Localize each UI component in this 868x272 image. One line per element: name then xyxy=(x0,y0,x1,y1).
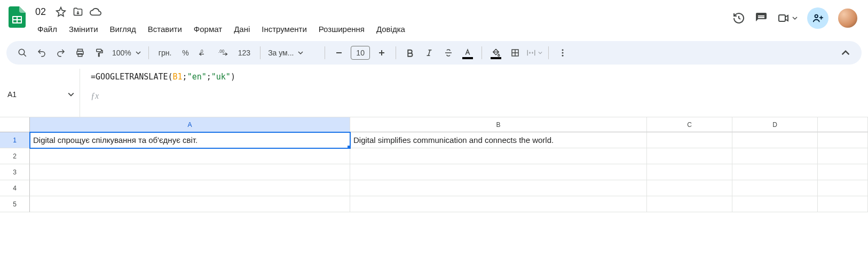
row-header-1[interactable]: 1 xyxy=(0,132,30,148)
header-right xyxy=(732,7,862,29)
fill-color-icon[interactable] xyxy=(487,44,504,61)
row-header-2[interactable]: 2 xyxy=(0,148,30,164)
cell-E5[interactable] xyxy=(818,196,868,212)
name-box-dropdown-icon[interactable] xyxy=(68,91,74,98)
sheets-product-icon[interactable] xyxy=(6,6,28,28)
cell-B3[interactable] xyxy=(350,164,647,180)
font-size-input[interactable]: 10 xyxy=(351,46,370,60)
cell-A4[interactable] xyxy=(30,180,350,196)
cell-D2[interactable] xyxy=(732,148,818,164)
cell-A3[interactable] xyxy=(30,164,350,180)
number-format-button[interactable]: 123 xyxy=(234,44,255,61)
cell-B4[interactable] xyxy=(350,180,647,196)
menu-extensions[interactable]: Розширення xyxy=(313,21,370,37)
cell-E4[interactable] xyxy=(818,180,868,196)
cell-A5[interactable] xyxy=(30,196,350,212)
col-header-D[interactable]: D xyxy=(732,117,818,132)
cell-A2[interactable] xyxy=(30,148,350,164)
borders-icon[interactable] xyxy=(507,44,524,61)
font-family-select[interactable]: За ум... xyxy=(266,49,319,57)
formula-open: ( xyxy=(168,72,173,82)
cell-B1[interactable]: Digital simplifies communication and con… xyxy=(350,132,647,148)
menu-insert[interactable]: Вставити xyxy=(143,21,187,37)
menu-view[interactable]: Вигляд xyxy=(105,21,141,37)
menu-help[interactable]: Довідка xyxy=(371,21,411,37)
cell-C5[interactable] xyxy=(647,196,732,212)
comments-icon[interactable] xyxy=(755,12,768,25)
decrease-decimal-icon[interactable]: .0 xyxy=(195,44,212,61)
col-header-C[interactable]: C xyxy=(647,117,732,132)
undo-icon[interactable] xyxy=(33,44,50,61)
account-avatar[interactable] xyxy=(838,9,857,28)
menu-data[interactable]: Дані xyxy=(228,21,255,37)
currency-button[interactable]: грн. xyxy=(154,44,176,61)
cell-E1[interactable] xyxy=(818,132,868,148)
star-icon[interactable] xyxy=(56,6,66,17)
history-icon[interactable] xyxy=(732,12,745,25)
separator xyxy=(325,46,325,59)
cell-D5[interactable] xyxy=(732,196,818,212)
cell-C4[interactable] xyxy=(647,180,732,196)
svg-point-6 xyxy=(815,15,818,18)
cell-B5[interactable] xyxy=(350,196,647,212)
search-menus-icon[interactable] xyxy=(14,44,31,61)
text-color-icon[interactable] xyxy=(459,44,476,61)
increase-font-icon[interactable] xyxy=(373,44,390,61)
cloud-status-icon[interactable] xyxy=(90,6,101,18)
cell-A1[interactable]: Digital спрощує спілкування та об'єднує … xyxy=(30,132,350,148)
doc-title[interactable]: 02 xyxy=(32,5,49,19)
meet-icon[interactable] xyxy=(777,12,798,25)
cell-C2[interactable] xyxy=(647,148,732,164)
increase-decimal-icon[interactable]: .00 xyxy=(215,44,232,61)
svg-point-17 xyxy=(562,55,564,57)
row-header-4[interactable]: 4 xyxy=(0,180,30,196)
formula-area: =GOOGLETRANSLATE(B1;"en";"uk") ƒx xyxy=(80,69,868,101)
col-header-E[interactable] xyxy=(818,117,868,132)
cell-C3[interactable] xyxy=(647,164,732,180)
share-button[interactable] xyxy=(807,7,828,29)
svg-point-16 xyxy=(562,52,564,54)
menu-edit[interactable]: Змінити xyxy=(64,21,104,37)
toolbar-right xyxy=(837,44,854,61)
decrease-font-icon[interactable] xyxy=(330,44,348,61)
cell-E3[interactable] xyxy=(818,164,868,180)
spreadsheet-grid[interactable]: A B C D 1 Digital спрощує спілкування та… xyxy=(0,117,868,212)
formula-sep1: ; xyxy=(183,72,187,82)
print-icon[interactable] xyxy=(72,44,89,61)
formula-fn: GOOGLETRANSLATE xyxy=(96,72,168,82)
redo-icon[interactable] xyxy=(52,44,69,61)
name-box[interactable]: A1 xyxy=(3,88,68,101)
cell-C1[interactable] xyxy=(647,132,732,148)
italic-icon[interactable] xyxy=(421,44,438,61)
cell-E2[interactable] xyxy=(818,148,868,164)
menu-format[interactable]: Формат xyxy=(188,21,227,37)
strikethrough-icon[interactable] xyxy=(440,44,457,61)
cell-B2[interactable] xyxy=(350,148,647,164)
col-header-A[interactable]: A xyxy=(30,117,350,132)
svg-rect-4 xyxy=(18,20,21,22)
more-toolbar-icon[interactable] xyxy=(554,44,571,61)
collapse-toolbar-icon[interactable] xyxy=(837,44,854,61)
select-all-corner[interactable] xyxy=(0,117,30,132)
col-header-B[interactable]: B xyxy=(350,117,647,132)
menu-tools[interactable]: Інструменти xyxy=(256,21,312,37)
separator xyxy=(548,46,549,59)
zoom-select[interactable]: 100% xyxy=(110,49,143,57)
percent-button[interactable]: % xyxy=(178,44,193,61)
separator xyxy=(482,46,482,59)
formula-input[interactable]: =GOOGLETRANSLATE(B1;"en";"uk") xyxy=(91,72,859,82)
text-color-swatch xyxy=(462,57,473,59)
cell-D4[interactable] xyxy=(732,180,818,196)
row-header-3[interactable]: 3 xyxy=(0,164,30,180)
row-header-5[interactable]: 5 xyxy=(0,196,30,212)
toolbar-wrap: 100% грн. % .0 .00 123 За ум... 10 xyxy=(0,37,868,69)
menu-file[interactable]: Файл xyxy=(32,21,62,37)
fx-icon[interactable]: ƒx xyxy=(91,91,859,101)
cell-D3[interactable] xyxy=(732,164,818,180)
formula-sep2: ; xyxy=(207,72,211,82)
cell-D1[interactable] xyxy=(732,132,818,148)
paint-format-icon[interactable] xyxy=(91,44,108,61)
merge-cells-icon[interactable] xyxy=(526,44,543,61)
move-icon[interactable] xyxy=(73,6,83,17)
bold-icon[interactable] xyxy=(401,44,419,61)
